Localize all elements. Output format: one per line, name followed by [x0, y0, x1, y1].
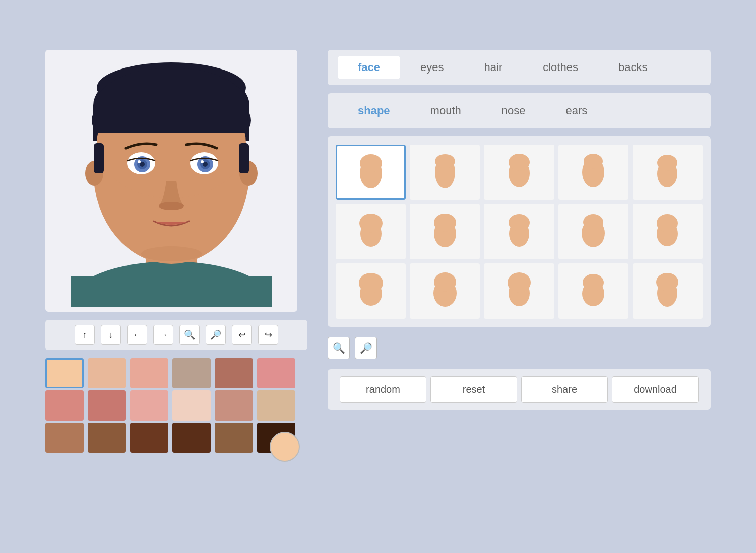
svg-rect-2	[71, 276, 272, 307]
color-swatch[interactable]	[45, 358, 84, 388]
shape-cell[interactable]	[410, 145, 480, 200]
svg-rect-23	[94, 143, 104, 173]
svg-point-28	[435, 154, 455, 168]
svg-point-34	[657, 155, 677, 171]
shape-cell[interactable]	[633, 145, 703, 200]
color-swatch[interactable]	[45, 423, 84, 453]
color-swatch[interactable]	[88, 423, 126, 453]
tab-eyes[interactable]: eyes	[400, 56, 464, 79]
color-swatch[interactable]	[257, 390, 295, 421]
subtab-mouth[interactable]: mouth	[410, 99, 481, 122]
svg-point-38	[434, 214, 456, 232]
color-swatch[interactable]	[172, 358, 211, 388]
svg-point-42	[583, 214, 603, 230]
shape-cell[interactable]	[336, 204, 406, 259]
tab-backs[interactable]: backs	[598, 56, 667, 79]
left-panel: ↑ ↓ ← → 🔍 🔎 ↩ ↪	[45, 50, 307, 462]
color-swatch[interactable]	[257, 358, 295, 388]
svg-point-26	[360, 154, 382, 172]
tab-hair[interactable]: hair	[464, 56, 523, 79]
color-swatch[interactable]	[215, 358, 253, 388]
zoom-out-button[interactable]: 🔍	[179, 325, 200, 345]
shape-cell[interactable]	[558, 204, 628, 259]
move-left-button[interactable]: ←	[127, 325, 147, 345]
svg-point-36	[359, 214, 383, 233]
tab-clothes[interactable]: clothes	[523, 56, 598, 79]
color-swatch[interactable]	[172, 390, 211, 421]
svg-point-32	[584, 154, 603, 169]
undo-button[interactable]: ↩	[232, 325, 252, 345]
color-swatch[interactable]	[172, 423, 211, 453]
svg-point-19	[201, 160, 204, 163]
svg-point-48	[434, 272, 456, 292]
shape-cell[interactable]	[633, 263, 703, 319]
sub-tabs: shape mouth nose ears	[328, 93, 711, 128]
shape-cell[interactable]	[336, 263, 406, 319]
svg-point-30	[509, 154, 530, 171]
subtab-ears[interactable]: ears	[545, 99, 607, 122]
svg-point-20	[159, 202, 184, 210]
shape-cell[interactable]	[410, 263, 480, 319]
svg-point-40	[509, 214, 530, 231]
shape-cell[interactable]	[410, 204, 480, 259]
svg-rect-24	[239, 143, 249, 173]
shapes-grid	[328, 136, 711, 327]
color-swatch[interactable]	[130, 358, 168, 388]
tab-face[interactable]: face	[338, 56, 400, 79]
avatar-svg	[60, 55, 282, 307]
color-swatch[interactable]	[215, 390, 253, 421]
subtab-nose[interactable]: nose	[481, 99, 546, 122]
color-swatch[interactable]	[130, 423, 168, 453]
main-container: ↑ ↓ ← → 🔍 🔎 ↩ ↪	[25, 30, 731, 523]
svg-point-21	[141, 246, 202, 261]
color-swatch[interactable]	[88, 358, 126, 388]
zoom-out-shape-button[interactable]: 🔍	[328, 337, 350, 359]
move-right-button[interactable]: →	[153, 325, 173, 345]
shape-cell[interactable]	[558, 263, 628, 319]
right-panel: face eyes hair clothes backs shape mouth…	[328, 50, 711, 410]
shape-cell[interactable]	[336, 145, 406, 200]
zoom-controls: 🔍 🔎	[328, 335, 711, 361]
svg-point-54	[656, 273, 678, 291]
shape-cell[interactable]	[484, 204, 554, 259]
random-button[interactable]: random	[340, 376, 426, 403]
share-button[interactable]: share	[521, 376, 608, 403]
svg-point-46	[359, 273, 383, 293]
svg-point-44	[657, 214, 678, 232]
color-swatch[interactable]	[130, 390, 168, 421]
shape-cell[interactable]	[633, 204, 703, 259]
shape-cell[interactable]	[484, 263, 554, 319]
svg-point-15	[138, 160, 141, 163]
color-swatch[interactable]	[45, 390, 84, 421]
color-swatch[interactable]	[88, 390, 126, 421]
toolbar: ↑ ↓ ← → 🔍 🔎 ↩ ↪	[45, 320, 307, 350]
move-down-button[interactable]: ↓	[101, 325, 121, 345]
action-bar: random reset share download	[328, 369, 711, 410]
zoom-in-button[interactable]: 🔎	[206, 325, 226, 345]
subtab-shape[interactable]: shape	[338, 99, 410, 122]
reset-button[interactable]: reset	[430, 376, 517, 403]
color-palette	[45, 358, 297, 453]
download-button[interactable]: download	[612, 376, 699, 403]
zoom-in-shape-button[interactable]: 🔎	[355, 337, 377, 359]
avatar-preview	[45, 50, 297, 312]
svg-point-50	[508, 272, 531, 293]
selected-color-circle[interactable]	[270, 432, 300, 462]
svg-point-52	[583, 274, 604, 291]
redo-button[interactable]: ↪	[258, 325, 278, 345]
category-tabs: face eyes hair clothes backs	[328, 50, 711, 85]
shape-cell[interactable]	[558, 145, 628, 200]
color-swatch[interactable]	[215, 423, 253, 453]
move-up-button[interactable]: ↑	[75, 325, 95, 345]
shape-cell[interactable]	[484, 145, 554, 200]
